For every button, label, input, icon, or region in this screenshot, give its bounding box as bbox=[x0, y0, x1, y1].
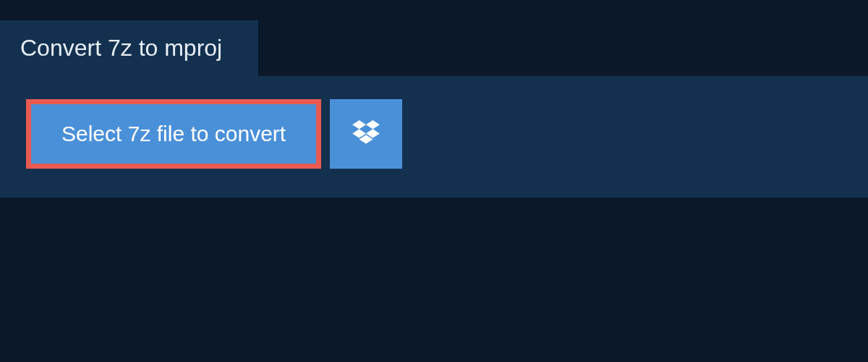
dropbox-button[interactable] bbox=[330, 99, 402, 169]
page-title: Convert 7z to mproj bbox=[20, 35, 222, 62]
button-row: Select 7z file to convert bbox=[26, 99, 842, 169]
select-file-button[interactable]: Select 7z file to convert bbox=[26, 99, 321, 169]
header-tab: Convert 7z to mproj bbox=[0, 20, 258, 76]
dropbox-icon bbox=[352, 120, 380, 148]
select-file-label: Select 7z file to convert bbox=[61, 122, 286, 146]
main-panel: Select 7z file to convert bbox=[0, 76, 868, 198]
